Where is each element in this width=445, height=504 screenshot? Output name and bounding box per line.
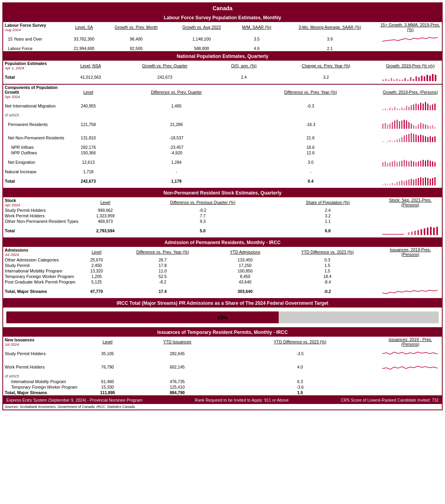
table-row: of which [3, 113, 442, 118]
svg-rect-40 [430, 105, 431, 110]
svg-rect-112 [382, 184, 384, 185]
comp-col2: Difference vs. Prev. Quarter [110, 85, 242, 99]
progress-bar-container: 63% [6, 311, 439, 323]
svg-rect-78 [411, 133, 412, 142]
main-title: Canada [3, 3, 442, 13]
svg-rect-28 [401, 107, 402, 110]
svg-rect-114 [387, 184, 388, 185]
svg-rect-127 [418, 178, 419, 185]
svg-rect-61 [425, 124, 426, 129]
svg-rect-97 [401, 161, 402, 167]
nprs-col1: Level [82, 197, 128, 208]
footer-bar: Express Entry System (September 9, 2024)… [3, 396, 442, 404]
temp-permits-header: Issuances of Temporary Resident Permits,… [3, 328, 442, 337]
svg-rect-121 [404, 181, 405, 185]
svg-rect-95 [397, 162, 398, 167]
svg-rect-72 [397, 139, 398, 142]
svg-rect-139 [417, 230, 419, 235]
svg-rect-122 [406, 180, 407, 185]
admissions-date: Jul 2024 [5, 252, 80, 257]
svg-rect-31 [408, 107, 410, 110]
labour-force-header: Labour Force Survey Population Estimates… [3, 13, 442, 22]
svg-rect-80 [415, 135, 417, 142]
lf-col4: M/M, SAAR (%) [233, 22, 281, 32]
nprs-col3: Share of Population (%) [277, 197, 379, 208]
svg-rect-69 [389, 140, 391, 142]
svg-rect-20 [382, 109, 384, 110]
adm-col5: Issuances: 2019-Pres. (Persons) [379, 247, 442, 257]
svg-rect-119 [399, 181, 400, 185]
labour-force-date: Aug 2024 [5, 28, 65, 32]
svg-rect-57 [415, 126, 417, 129]
svg-rect-6 [399, 80, 400, 81]
svg-rect-24 [392, 108, 393, 110]
table-row: International Mobility Program 13,320 11… [3, 268, 442, 274]
table-row: Work Permit Holders 76,790 602,145 4.0 [3, 360, 442, 374]
svg-rect-42 [434, 104, 436, 110]
footer-right: CRS Score of Lowest-Ranked Candidate Inv… [341, 398, 439, 402]
svg-rect-96 [399, 161, 400, 167]
svg-rect-46 [389, 124, 391, 129]
svg-rect-62 [427, 125, 428, 129]
svg-rect-141 [424, 228, 425, 235]
svg-rect-21 [385, 108, 386, 110]
svg-rect-130 [425, 177, 426, 185]
svg-rect-56 [413, 125, 414, 129]
svg-rect-29 [404, 108, 405, 110]
table-row: Net Emigration 12,613 1,284 3.0 [3, 156, 442, 169]
svg-rect-33 [413, 104, 414, 110]
svg-rect-102 [413, 161, 414, 167]
svg-rect-64 [432, 125, 433, 129]
svg-rect-16 [426, 75, 428, 81]
svg-rect-98 [404, 160, 405, 167]
svg-rect-49 [397, 120, 398, 129]
svg-rect-82 [420, 135, 421, 142]
svg-rect-5 [396, 79, 398, 81]
table-row: Total 2,793,594 5.0 6.8 [3, 224, 442, 237]
svg-rect-17 [429, 76, 431, 81]
temp-permits-label: New Issuances [5, 337, 80, 342]
table-row: Natural Increase 1,718 - - [3, 169, 442, 174]
table-row: Total, Major Streams 111,895 884,790 1.5 [3, 390, 442, 395]
table-row: Temporary Foreign Worker Program 1,205 5… [3, 274, 442, 279]
labour-force-label: Labour Force Survey [5, 23, 65, 28]
svg-rect-8 [404, 78, 406, 81]
svg-rect-104 [418, 161, 419, 167]
svg-rect-123 [408, 180, 410, 185]
pe-col5: Growth: 2019-Pres (% y/y) [379, 61, 442, 70]
svg-rect-100 [408, 161, 410, 167]
svg-rect-52 [404, 120, 405, 129]
svg-rect-134 [434, 177, 436, 185]
svg-rect-131 [427, 178, 428, 185]
lf-col2: Growth vs. Prev. Month [102, 22, 170, 32]
table-row: Temporary Foreign Worker Program 15,330 … [3, 384, 442, 390]
svg-rect-90 [385, 161, 386, 167]
svg-rect-110 [432, 161, 433, 167]
svg-rect-22 [387, 109, 388, 110]
svg-rect-25 [394, 107, 395, 110]
svg-rect-126 [415, 179, 417, 185]
progress-bar [6, 311, 279, 323]
svg-rect-70 [392, 141, 393, 142]
pe-col2: Growth vs. Prev. Quarter [115, 61, 214, 70]
svg-rect-0 [382, 80, 384, 81]
svg-rect-14 [421, 76, 423, 81]
svg-rect-88 [434, 136, 436, 142]
table-row: Study Permit Holders 999,662 -0.2 2.4 [3, 208, 442, 213]
svg-rect-67 [385, 142, 386, 142]
adm-col4: YTD Difference vs. 2023 (%) [276, 247, 379, 257]
table-row: Other Admission Categories 25,670 26.7 1… [3, 257, 442, 263]
svg-rect-81 [418, 135, 419, 142]
svg-rect-138 [414, 231, 416, 235]
npr-stock-date: Apr 2024 [5, 203, 80, 207]
svg-rect-23 [389, 107, 391, 110]
footer-left: Express Entry System (September 9, 2024)… [6, 398, 142, 402]
pe-col3: Q/Q, ann. (%) [214, 61, 273, 70]
svg-rect-10 [410, 77, 411, 81]
pe-col4: Change vs. Prev. Year (%) [273, 61, 379, 70]
svg-rect-76 [406, 135, 407, 142]
adm-col1: Level [82, 247, 111, 257]
svg-rect-9 [407, 80, 409, 81]
svg-rect-128 [420, 177, 421, 185]
svg-rect-132 [430, 179, 431, 185]
